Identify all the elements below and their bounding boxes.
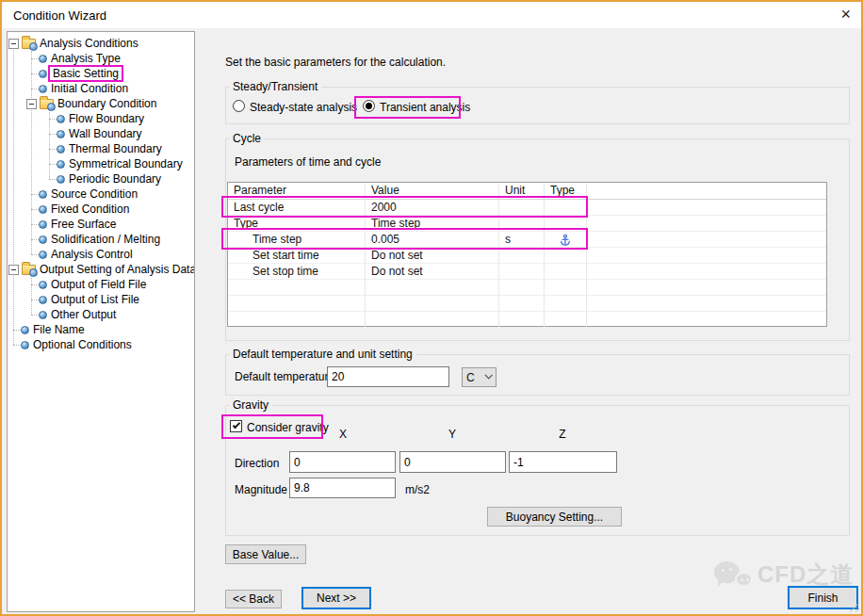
- tree-bullet-icon: [39, 311, 47, 319]
- temperature-unit-value: C: [466, 371, 475, 384]
- tree-item-solidification-melting[interactable]: Solidification / Melting: [8, 232, 194, 247]
- tree-bullet-icon: [39, 85, 47, 93]
- table-row-set-start-time[interactable]: Set start time Do not set: [228, 248, 826, 264]
- page-description: Set the basic parameters for the calcula…: [225, 56, 446, 69]
- base-value-button[interactable]: Base Value...: [225, 544, 306, 564]
- time-cycle-table: Parameter Value Unit Type Last cycle 200…: [227, 182, 827, 327]
- tree-item-thermal-boundary[interactable]: Thermal Boundary: [8, 141, 194, 156]
- steady-state-radio[interactable]: [233, 100, 245, 112]
- column-header[interactable]: Type: [545, 183, 587, 199]
- tree-item-file-name[interactable]: File Name: [8, 322, 194, 337]
- table-row-last-cycle[interactable]: Last cycle 2000: [228, 200, 826, 216]
- group-title: Default temperature and unit setting: [229, 348, 416, 361]
- wechat-logo-icon: [735, 572, 753, 587]
- collapse-icon[interactable]: [8, 39, 19, 49]
- tree-item-periodic-boundary[interactable]: Periodic Boundary: [8, 171, 194, 186]
- folder-icon: [22, 265, 36, 275]
- consider-gravity-checkbox[interactable]: [230, 420, 242, 432]
- anchor-icon[interactable]: [559, 234, 572, 247]
- axis-label-z: Z: [557, 428, 568, 441]
- window-title: Condition Wizard: [13, 8, 106, 23]
- transient-radio-label[interactable]: Transient analysis: [380, 101, 470, 114]
- group-title: Steady/Transient: [229, 80, 321, 93]
- back-button[interactable]: << Back: [225, 590, 282, 608]
- magnitude-unit-label: m/s2: [405, 483, 430, 496]
- wechat-logo-icon: [714, 561, 740, 583]
- cycle-table-caption: Parameters of time and cycle: [235, 155, 381, 169]
- next-button[interactable]: Next >>: [301, 587, 371, 609]
- direction-x-input[interactable]: [289, 451, 396, 473]
- tree-bullet-icon: [57, 145, 65, 154]
- tree-bullet-icon: [21, 326, 29, 334]
- tree-item-source-condition[interactable]: Source Condition: [8, 186, 194, 202]
- direction-z-input[interactable]: [509, 451, 617, 473]
- tree-bullet-icon: [39, 220, 47, 229]
- buoyancy-setting-button[interactable]: Buoyancy Setting...: [487, 507, 622, 527]
- tree-bullet-icon: [39, 235, 47, 244]
- check-icon: [233, 421, 240, 429]
- folder-icon: [40, 99, 54, 109]
- column-header[interactable]: Unit: [499, 183, 545, 199]
- table-row-empty: [228, 312, 826, 328]
- tree-bullet-icon: [39, 205, 47, 214]
- table-row-empty: [228, 280, 826, 296]
- table-header-row: Parameter Value Unit Type: [228, 183, 826, 200]
- collapse-icon[interactable]: [8, 265, 19, 275]
- tree-bullet-icon: [21, 341, 29, 349]
- collapse-icon[interactable]: [26, 99, 37, 109]
- consider-gravity-label[interactable]: Consider gravity: [247, 421, 329, 434]
- steady-state-radio-label[interactable]: Steady-state analysis: [250, 101, 357, 114]
- close-icon[interactable]: ×: [840, 5, 851, 24]
- condition-wizard-dialog: Condition Wizard × Analysis Conditions A…: [0, 0, 863, 616]
- direction-label: Direction: [235, 457, 279, 470]
- column-header[interactable]: Value: [366, 183, 499, 199]
- tree-item-other-output[interactable]: Other Output: [8, 307, 194, 322]
- magnitude-label: Magnitude: [235, 483, 287, 496]
- selected-item-highlight: Basic Setting: [48, 65, 123, 82]
- transient-radio[interactable]: [363, 100, 375, 112]
- title-bar: Condition Wizard ×: [2, 2, 861, 28]
- axis-label-y: Y: [447, 428, 458, 441]
- tree-bullet-icon: [39, 55, 47, 63]
- tree-bullet-icon: [39, 296, 47, 304]
- finish-button[interactable]: Finish: [788, 586, 858, 609]
- tree-item-output-setting[interactable]: Output Setting of Analysis Data: [8, 262, 194, 277]
- tree-item-output-list-file[interactable]: Output of List File: [8, 292, 194, 307]
- tree-bullet-icon: [57, 130, 65, 138]
- tree-item-boundary-condition[interactable]: Boundary Condition: [8, 96, 194, 111]
- tree-item-symmetrical-boundary[interactable]: Symmetrical Boundary: [8, 156, 194, 171]
- tree-bullet-icon: [57, 175, 65, 184]
- axis-label-x: X: [337, 428, 349, 441]
- table-row-time-step[interactable]: Time step 0.005 s: [228, 232, 826, 248]
- group-title: Gravity: [229, 398, 272, 412]
- default-temperature-input[interactable]: [327, 366, 449, 387]
- folder-icon: [22, 39, 36, 49]
- tree-item-analysis-control[interactable]: Analysis Control: [8, 247, 194, 262]
- tree-item-output-field-file[interactable]: Output of Field File: [8, 277, 194, 292]
- tree-item-wall-boundary[interactable]: Wall Boundary: [8, 126, 194, 141]
- tree-bullet-icon: [39, 70, 47, 78]
- tree-item-analysis-conditions[interactable]: Analysis Conditions: [8, 36, 194, 51]
- tree-item-analysis-type[interactable]: Analysis Type: [8, 51, 194, 66]
- tree-item-initial-condition[interactable]: Initial Condition: [8, 81, 194, 96]
- chevron-down-icon: [484, 371, 492, 379]
- tree-item-optional-conditions[interactable]: Optional Conditions: [8, 337, 194, 352]
- tree-item-free-surface[interactable]: Free Surface: [8, 217, 194, 232]
- direction-y-input[interactable]: [399, 451, 506, 473]
- default-temperature-label: Default temperature: [235, 370, 334, 383]
- tree-bullet-icon: [57, 115, 65, 123]
- tree-bullet-icon: [39, 190, 47, 199]
- magnitude-input[interactable]: [289, 478, 396, 498]
- condition-tree: Analysis Conditions Analysis Type Basic …: [7, 31, 195, 612]
- tree-bullet-icon: [39, 281, 47, 289]
- group-title: Cycle: [229, 132, 265, 145]
- tree-item-flow-boundary[interactable]: Flow Boundary: [8, 111, 194, 126]
- table-row-type[interactable]: Type Time step: [228, 216, 826, 232]
- temperature-unit-select[interactable]: C: [462, 367, 497, 387]
- tree-item-fixed-condition[interactable]: Fixed Condition: [8, 202, 194, 217]
- table-row-empty: [228, 296, 826, 312]
- column-header[interactable]: Parameter: [228, 183, 366, 199]
- table-row-set-stop-time[interactable]: Set stop time Do not set: [228, 264, 826, 280]
- tree-item-basic-setting[interactable]: Basic Setting: [8, 66, 194, 81]
- tree-bullet-icon: [57, 160, 65, 169]
